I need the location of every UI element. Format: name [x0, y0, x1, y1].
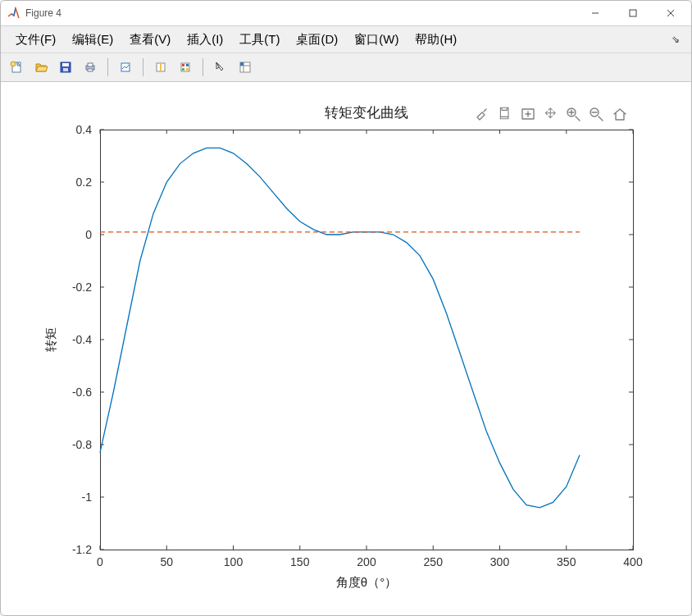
svg-rect-19	[186, 68, 189, 71]
svg-rect-24	[100, 130, 633, 550]
figure-toolbar	[1, 53, 691, 82]
axes[interactable]: 050100150200250300350400-1.2-1-0.8-0.6-0…	[10, 90, 682, 607]
menu-view[interactable]: 查看(V)	[121, 30, 179, 50]
svg-text:50: 50	[160, 555, 173, 568]
brush-icon[interactable]	[472, 105, 494, 123]
menu-desktop[interactable]: 桌面(D)	[288, 30, 346, 50]
svg-text:0: 0	[85, 228, 92, 241]
svg-text:0.4: 0.4	[76, 123, 93, 136]
menu-window[interactable]: 窗口(W)	[346, 30, 407, 50]
svg-text:200: 200	[357, 555, 376, 568]
insert-colorbar-button[interactable]	[175, 57, 196, 78]
svg-text:-0.8: -0.8	[72, 438, 92, 451]
svg-point-5	[11, 62, 16, 66]
svg-text:250: 250	[424, 555, 444, 568]
x-axis-label: 角度θ（°）	[336, 575, 397, 589]
svg-text:100: 100	[224, 555, 244, 568]
svg-text:-1: -1	[82, 491, 93, 504]
svg-text:-0.4: -0.4	[72, 333, 92, 346]
home-icon[interactable]	[610, 105, 631, 123]
svg-rect-8	[63, 68, 68, 71]
svg-rect-7	[62, 63, 69, 66]
save-button[interactable]	[55, 57, 76, 78]
svg-rect-82	[541, 105, 562, 123]
menu-tools[interactable]: 工具(T)	[231, 30, 288, 50]
close-button[interactable]	[652, 1, 690, 25]
svg-text:400: 400	[623, 555, 643, 568]
minimize-button[interactable]	[576, 1, 614, 25]
menu-overflow-icon[interactable]: ⇘	[672, 34, 685, 45]
open-button[interactable]	[30, 57, 52, 78]
matlab-icon	[7, 7, 20, 20]
svg-text:0.2: 0.2	[76, 176, 93, 189]
svg-rect-17	[186, 64, 189, 66]
menu-help[interactable]: 帮助(H)	[407, 30, 465, 50]
new-figure-button[interactable]	[6, 57, 27, 78]
menu-bar: 文件(F) 编辑(E) 查看(V) 插入(I) 工具(T) 桌面(D) 窗口(W…	[1, 26, 691, 53]
menu-insert[interactable]: 插入(I)	[179, 30, 231, 50]
print-preview-button[interactable]	[115, 57, 136, 78]
svg-rect-10	[88, 63, 93, 66]
figure-window: Figure 4 文件(F) 编辑(E) 查看(V) 插入(I) 工具(T) 桌…	[0, 0, 692, 616]
pan-constrained-icon[interactable]	[518, 105, 539, 123]
menu-edit[interactable]: 编辑(E)	[64, 30, 121, 50]
svg-rect-1	[630, 10, 636, 16]
svg-text:-0.2: -0.2	[72, 281, 92, 294]
svg-rect-14	[160, 63, 162, 71]
svg-text:300: 300	[490, 555, 510, 568]
print-button[interactable]	[80, 57, 101, 78]
figure-canvas: 050100150200250300350400-1.2-1-0.8-0.6-0…	[1, 82, 691, 615]
edit-plot-button[interactable]	[210, 57, 231, 78]
link-plot-button[interactable]	[150, 57, 171, 78]
zoom-in-icon[interactable]	[564, 105, 585, 123]
svg-text:-0.6: -0.6	[72, 386, 92, 399]
save-axes-icon[interactable]	[495, 105, 517, 123]
menu-file[interactable]: 文件(F)	[7, 30, 64, 50]
svg-rect-79	[472, 105, 494, 123]
svg-text:150: 150	[290, 555, 310, 568]
svg-rect-16	[182, 64, 184, 66]
svg-rect-11	[88, 69, 93, 71]
maximize-button[interactable]	[614, 1, 652, 25]
title-bar: Figure 4	[1, 1, 691, 26]
open-property-inspector-button[interactable]	[234, 57, 256, 78]
svg-text:-1.2: -1.2	[72, 543, 92, 556]
pan-icon[interactable]	[541, 105, 562, 123]
svg-text:350: 350	[557, 555, 576, 568]
chart-title: 转矩变化曲线	[325, 105, 408, 121]
svg-text:0: 0	[97, 555, 103, 568]
svg-rect-23	[240, 62, 244, 66]
svg-rect-18	[182, 68, 184, 71]
window-title: Figure 4	[25, 7, 61, 19]
y-axis-label: 转矩	[43, 327, 57, 352]
zoom-out-icon[interactable]	[587, 105, 608, 123]
